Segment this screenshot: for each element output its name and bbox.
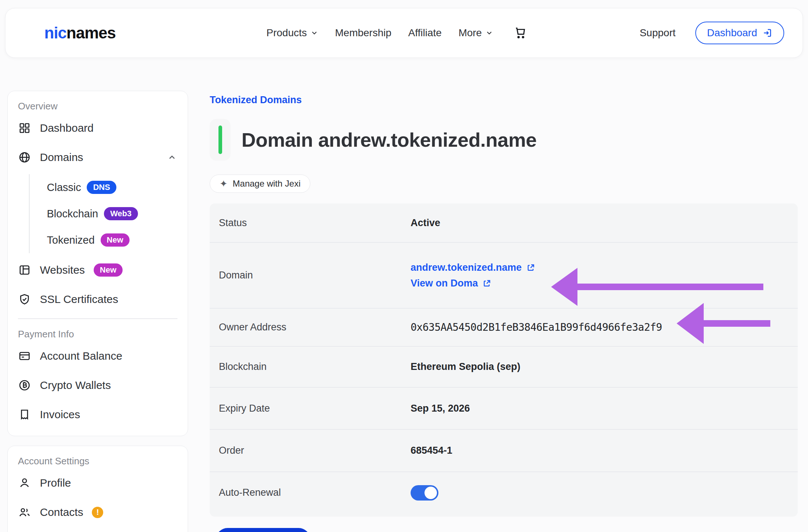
manage-with-jexi-button[interactable]: ✦ Manage with Jexi — [210, 175, 310, 193]
nav-affiliate[interactable]: Affiliate — [408, 27, 442, 39]
green-bar-icon — [218, 125, 222, 154]
nav-products[interactable]: Products — [266, 27, 318, 39]
page-title-row: Domain andrew.tokenized.name — [210, 119, 536, 161]
title-accent-icon — [210, 119, 231, 161]
auto-renewal-toggle[interactable] — [411, 485, 438, 501]
sidebar-item-label: Tokenized — [47, 234, 95, 246]
manage-button-label: Manage with Jexi — [233, 179, 300, 189]
brand-logo[interactable]: nicnames — [44, 24, 116, 42]
sidebar-item-websites[interactable]: Websites New — [8, 255, 188, 285]
row-label: Blockchain — [219, 361, 411, 372]
sidebar-item-label: Invoices — [40, 408, 80, 421]
table-row-expiry-date: Expiry Date Sep 15, 2026 — [210, 387, 798, 429]
brand-logo-prefix: nic — [44, 24, 67, 42]
sidebar-item-ssl-certificates[interactable]: SSL Certificates — [8, 285, 188, 314]
top-navigation-bar: nicnames Products Membership Affiliate M… — [5, 8, 803, 58]
domain-links: andrew.tokenized.name View on Doma — [411, 262, 535, 289]
blockchain-value: Ethereum Sepolia (sep) — [411, 361, 520, 372]
row-label: Auto-Renewal — [219, 487, 411, 498]
status-value: Active — [411, 217, 440, 229]
sidebar-item-dashboard[interactable]: Dashboard — [8, 113, 188, 143]
credit-card-icon — [18, 349, 31, 363]
sidebar-divider — [18, 318, 177, 319]
breadcrumb[interactable]: Tokenized Domains — [210, 94, 302, 106]
new-badge: New — [94, 263, 123, 277]
expiry-date-value: Sep 15, 2026 — [411, 403, 470, 414]
sidebar-item-crypto-wallets[interactable]: Crypto Wallets — [8, 371, 188, 400]
sidebar-item-label: Crypto Wallets — [40, 379, 111, 391]
sparkle-icon: ✦ — [220, 179, 228, 188]
dns-badge: DNS — [87, 181, 116, 194]
domains-submenu: Classic DNS Blockchain Web3 Tokenized Ne… — [29, 174, 188, 253]
sidebar-item-invoices[interactable]: Invoices — [8, 400, 188, 429]
table-row-domain: Domain andrew.tokenized.name View on Dom… — [210, 242, 798, 308]
main-content: Tokenized Domains Domain andrew.tokenize… — [210, 94, 798, 106]
sidebar-settings-card: Account Settings Profile Contacts ! — [7, 446, 188, 532]
domain-details-table: Status Active Domain andrew.tokenized.na… — [210, 203, 798, 517]
person-icon — [18, 476, 31, 490]
external-link-icon — [526, 263, 535, 272]
brand-logo-suffix: names — [67, 24, 116, 42]
dashboard-button-label: Dashboard — [707, 27, 757, 39]
people-icon — [18, 506, 31, 519]
table-row-blockchain: Blockchain Ethereum Sepolia (sep) — [210, 346, 798, 387]
nav-products-label: Products — [266, 27, 307, 39]
chevron-down-icon — [485, 29, 493, 37]
support-link[interactable]: Support — [640, 27, 676, 39]
sidebar-item-label: Contacts — [40, 506, 83, 518]
browser-window-icon — [18, 263, 31, 277]
sidebar-item-label: Websites — [40, 264, 85, 276]
sidebar-item-account-balance[interactable]: Account Balance — [8, 341, 188, 371]
receipt-icon — [18, 408, 31, 421]
cart-icon[interactable] — [513, 25, 528, 41]
sidebar-item-label: Dashboard — [40, 122, 94, 134]
sidebar-item-label: Domains — [40, 151, 83, 164]
sidebar-item-profile[interactable]: Profile — [8, 468, 188, 498]
nav-more[interactable]: More — [459, 27, 493, 39]
sidebar-item-label: SSL Certificates — [40, 293, 118, 306]
sidebar-main-card: Overview Dashboard Domains Classic DNS B… — [7, 91, 188, 436]
sidebar-item-contacts[interactable]: Contacts ! — [8, 498, 188, 527]
globe-icon — [18, 151, 31, 164]
bitcoin-icon — [18, 379, 31, 392]
nav-affiliate-label: Affiliate — [408, 27, 442, 39]
domain-link[interactable]: andrew.tokenized.name — [411, 262, 535, 273]
owner-address-value: 0x635AA5450d2B1feB3846Ea1B99f6d4966fe3a2… — [411, 321, 662, 333]
table-row-owner-address: Owner Address 0x635AA5450d2B1feB3846Ea1B… — [210, 308, 798, 346]
row-label: Owner Address — [219, 322, 411, 333]
sidebar-item-label: Classic — [47, 181, 81, 194]
nav-membership-label: Membership — [335, 27, 392, 39]
row-label: Status — [219, 217, 411, 229]
sidebar-item-blockchain[interactable]: Blockchain Web3 — [30, 201, 188, 227]
new-badge: New — [101, 233, 130, 247]
table-row-auto-renewal: Auto-Renewal — [210, 472, 798, 513]
domain-link-label: andrew.tokenized.name — [411, 262, 522, 273]
table-row-status: Status Active — [210, 203, 798, 242]
sidebar-item-label: Account Balance — [40, 350, 122, 362]
chevron-up-icon[interactable] — [167, 153, 177, 162]
sidebar-item-tokenized[interactable]: Tokenized New — [30, 227, 188, 253]
chevron-down-icon — [310, 29, 318, 37]
sidebar-heading-payment-info: Payment Info — [18, 329, 188, 340]
sidebar-heading-overview: Overview — [18, 101, 188, 112]
sidebar-item-label: Profile — [40, 477, 71, 489]
nav-more-label: More — [459, 27, 482, 39]
nav-membership[interactable]: Membership — [335, 27, 392, 39]
web3-badge: Web3 — [104, 207, 138, 220]
view-on-doma-label: View on Doma — [411, 278, 478, 289]
row-label: Expiry Date — [219, 403, 411, 414]
sidebar-item-label: Blockchain — [47, 208, 98, 220]
table-row-order: Order 685454-1 — [210, 429, 798, 472]
sidebar-item-domains[interactable]: Domains — [8, 143, 188, 172]
sidebar-item-classic[interactable]: Classic DNS — [30, 174, 188, 201]
sidebar-heading-account-settings: Account Settings — [18, 456, 188, 467]
external-link-icon — [482, 279, 491, 288]
dashboard-button[interactable]: Dashboard — [695, 22, 784, 44]
header-right-group: Support Dashboard — [640, 8, 784, 57]
shield-check-icon — [18, 293, 31, 306]
login-arrow-icon — [762, 28, 773, 38]
warning-icon: ! — [92, 507, 103, 518]
bottom-action-button[interactable] — [216, 528, 310, 532]
view-on-doma-link[interactable]: View on Doma — [411, 278, 535, 289]
main-nav: Products Membership Affiliate More — [266, 8, 528, 57]
